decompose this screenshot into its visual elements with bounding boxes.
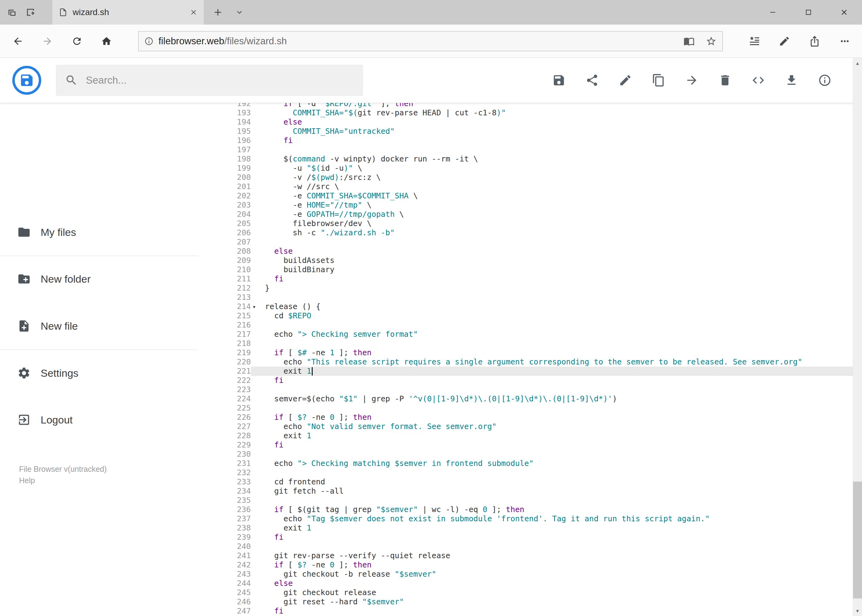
hub-favorites-button[interactable] [748, 35, 760, 47]
code-text[interactable]: sh -c "./wizard.sh -b" [258, 228, 853, 237]
code-line[interactable]: 202 -e COMMIT_SHA=$COMMIT_SHA \ [199, 191, 853, 201]
sidebar-item-new-folder[interactable]: New folder [0, 256, 199, 302]
sidebar-item-logout[interactable]: Logout [0, 396, 199, 443]
code-text[interactable]: if [ $? -ne 0 ]; then [258, 413, 853, 422]
code-line[interactable]: 235 [199, 496, 853, 505]
tab-preview-button[interactable] [7, 7, 17, 17]
code-text[interactable]: semver=$(echo "$1" | grep -P '^v(0|[1-9]… [258, 394, 853, 404]
code-text[interactable]: -e HOME="//tmp" \ [258, 201, 853, 210]
download-button[interactable] [785, 74, 798, 87]
copy-button[interactable] [652, 74, 665, 87]
code-line[interactable]: 211 fi [199, 274, 853, 284]
code-line[interactable]: 220 echo "This release script requires a… [199, 357, 853, 366]
more-options-button[interactable] [838, 35, 851, 47]
info-button[interactable] [818, 74, 832, 87]
code-line[interactable]: 207 [199, 237, 853, 247]
code-line[interactable]: 199 -u "$(id -u)" \ [199, 163, 853, 173]
code-editor-viewport[interactable]: 192 if [ -d "$REPO/.git" ]; then193 COMM… [199, 103, 853, 616]
reading-view-button[interactable] [684, 36, 695, 47]
sidebar-item-my-files[interactable]: My files [0, 209, 199, 256]
code-text[interactable]: echo "This release script requires a sin… [258, 357, 853, 366]
filebrowser-logo[interactable] [12, 66, 41, 95]
tab-list-button[interactable] [235, 7, 244, 17]
code-line[interactable]: 201 -w //src \ [199, 182, 853, 191]
code-text[interactable]: else [258, 118, 853, 127]
code-text[interactable] [258, 404, 853, 413]
code-text[interactable]: $(command -v winpty) docker run --rm -it… [258, 154, 853, 163]
code-line[interactable]: 223 [199, 385, 853, 394]
code-line[interactable]: 231 echo "> Checking matching $semver in… [199, 459, 853, 468]
code-line[interactable]: 232 [199, 468, 853, 477]
code-line[interactable]: 238 exit 1 [199, 523, 853, 533]
code-line[interactable]: 247 fi [199, 607, 853, 616]
move-button[interactable] [685, 74, 698, 87]
code-line[interactable]: 206 sh -c "./wizard.sh -b" [199, 228, 853, 237]
code-line[interactable]: 203 -e HOME="//tmp" \ [199, 201, 853, 210]
editor-mode-button[interactable] [752, 74, 765, 87]
code-text[interactable] [258, 321, 853, 330]
code-text[interactable]: fi [258, 376, 853, 385]
code-line[interactable]: 197 [199, 145, 853, 154]
code-line[interactable]: 195 COMMIT_SHA="untracked" [199, 127, 853, 136]
code-text[interactable] [258, 385, 853, 394]
close-window-button[interactable] [826, 0, 862, 25]
code-text[interactable]: release () { [258, 302, 853, 311]
code-text[interactable]: cd frontend [258, 477, 853, 487]
code-line[interactable]: 241 git rev-parse --verify --quiet relea… [199, 551, 853, 560]
code-line[interactable]: 205 filebrowser/dev \ [199, 219, 853, 228]
share-button[interactable] [585, 74, 599, 87]
code-text[interactable]: git reset --hard "$semver" [258, 597, 853, 607]
search-input[interactable] [85, 74, 354, 86]
share-page-button[interactable] [808, 35, 821, 47]
code-line[interactable]: 244 else [199, 579, 853, 588]
code-text[interactable] [258, 449, 853, 459]
code-line[interactable]: 209 buildAssets [199, 256, 853, 265]
code-text[interactable]: echo "> Checking semver format" [258, 330, 853, 339]
code-text[interactable]: git checkout release [258, 588, 853, 597]
page-scrollbar[interactable]: ▲ ▼ [853, 58, 862, 616]
save-button[interactable] [552, 74, 566, 87]
code-line[interactable]: 210 buildBinary [199, 265, 853, 274]
code-text[interactable]: exit 1 [258, 366, 853, 376]
site-info-icon[interactable] [144, 36, 154, 46]
help-link[interactable]: Help [19, 475, 107, 486]
code-text[interactable]: fi [258, 533, 853, 542]
code-text[interactable]: fi [258, 607, 853, 616]
code-text[interactable] [258, 145, 853, 154]
code-text[interactable]: else [258, 247, 853, 256]
code-line[interactable]: 245 git checkout release [199, 588, 853, 597]
code-text[interactable]: -u "$(id -u)" \ [258, 163, 853, 173]
favorite-button[interactable] [706, 36, 717, 47]
code-line[interactable]: 228 exit 1 [199, 431, 853, 440]
code-line[interactable]: 221 exit 1 [199, 366, 853, 376]
code-text[interactable]: -v /$(pwd):/src:z \ [258, 173, 853, 182]
code-text[interactable]: git fetch --all [258, 487, 853, 496]
code-line[interactable]: 219 if [ $# -ne 1 ]; then [199, 348, 853, 357]
code-line[interactable]: 192 if [ -d "$REPO/.git" ]; then [199, 103, 853, 108]
code-line[interactable]: 227 echo "Not valid semver format. See s… [199, 422, 853, 431]
code-line[interactable]: 229 fi [199, 440, 853, 449]
code-line[interactable]: 214▾release () { [199, 302, 853, 311]
code-text[interactable]: git checkout -b release "$semver" [258, 570, 853, 579]
sidebar-item-settings[interactable]: Settings [0, 350, 199, 396]
delete-button[interactable] [718, 74, 732, 87]
code-line[interactable]: 198 $(command -v winpty) docker run --rm… [199, 154, 853, 163]
search-box[interactable] [56, 65, 363, 96]
code-text[interactable]: exit 1 [258, 523, 853, 533]
code-line[interactable]: 213 [199, 293, 853, 302]
code-line[interactable]: 193 COMMIT_SHA="$(git rev-parse HEAD | c… [199, 108, 853, 118]
code-text[interactable] [258, 542, 853, 551]
fold-marker-icon[interactable]: ▾ [251, 302, 258, 311]
maximize-button[interactable] [791, 0, 826, 25]
code-line[interactable]: 236 if [ $(git tag | grep "$semver" | wc… [199, 505, 853, 514]
code-text[interactable]: COMMIT_SHA="untracked" [258, 127, 853, 136]
code-line[interactable]: 243 git checkout -b release "$semver" [199, 570, 853, 579]
code-text[interactable]: fi [258, 136, 853, 145]
code-line[interactable]: 234 git fetch --all [199, 487, 853, 496]
code-line[interactable]: 196 fi [199, 136, 853, 145]
code-text[interactable]: exit 1 [258, 431, 853, 440]
code-text[interactable] [258, 468, 853, 477]
code-text[interactable]: } [258, 284, 853, 293]
code-line[interactable]: 230 [199, 449, 853, 459]
code-line[interactable]: 200 -v /$(pwd):/src:z \ [199, 173, 853, 182]
